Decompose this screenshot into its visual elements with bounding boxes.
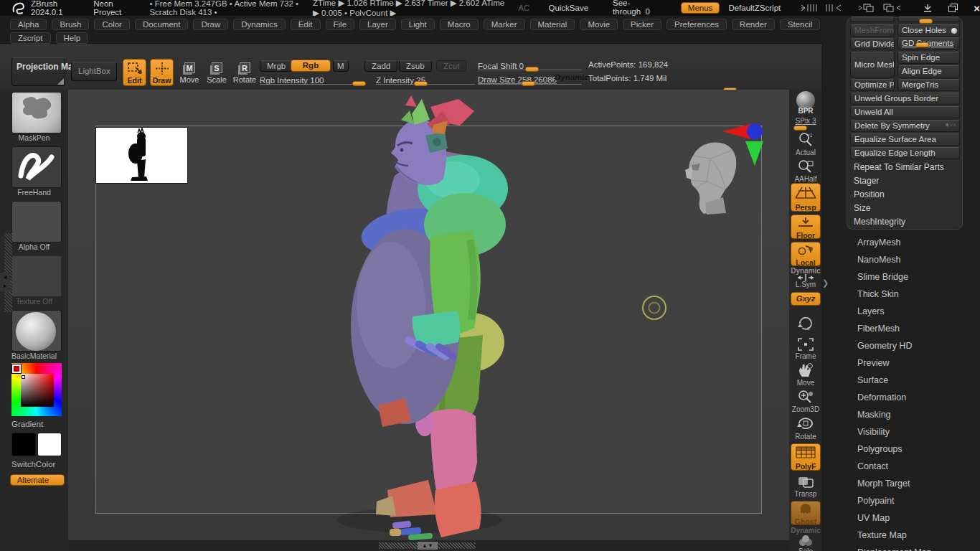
subpalette-uv-map[interactable]: UV Map: [857, 513, 890, 523]
stroke-thumbnail[interactable]: [11, 146, 62, 188]
subpalette-nanomesh[interactable]: NanoMesh: [857, 255, 900, 265]
gd-segments-handle[interactable]: [915, 42, 929, 47]
actual-icon[interactable]: ×1: [797, 131, 814, 149]
size-item[interactable]: Size: [854, 203, 870, 213]
micro-mesh-button[interactable]: Micro Mesh: [850, 52, 895, 77]
m-button[interactable]: M: [333, 60, 349, 72]
dock-left-icon[interactable]: [858, 3, 877, 13]
minimize-icon[interactable]: [923, 4, 933, 12]
menu-document[interactable]: Document: [135, 19, 188, 30]
menu-help[interactable]: Help: [56, 32, 89, 44]
zoom3d-icon[interactable]: [797, 390, 814, 404]
subpalette-morph-target[interactable]: Morph Target: [857, 479, 910, 489]
gxyz-button[interactable]: Gxyz: [791, 292, 821, 306]
scale-button[interactable]: S Scale: [204, 61, 229, 84]
subpalette-polygroups[interactable]: Polygroups: [857, 444, 903, 454]
bottom-divider[interactable]: ▲▼: [379, 542, 476, 549]
merge-tris-button[interactable]: MergeTris: [897, 79, 960, 91]
move-hand-icon[interactable]: [797, 362, 814, 378]
subpalette-thick-skin[interactable]: Thick Skin: [857, 289, 899, 299]
lightbox-button[interactable]: LightBox: [71, 62, 117, 81]
see-through-slider[interactable]: See-through 0: [613, 0, 652, 17]
divider-grip-right-icon[interactable]: [824, 4, 842, 12]
subpalette-preview[interactable]: Preview: [857, 358, 889, 368]
rotate3d-icon[interactable]: [797, 416, 814, 430]
canvas-viewport[interactable]: [68, 90, 789, 540]
equalize-edge-length-button[interactable]: Equalize Edge Length: [850, 147, 960, 159]
menu-brush[interactable]: Brush: [52, 19, 89, 30]
align-edge-button[interactable]: Align Edge: [897, 65, 960, 77]
rgb-intensity-slider[interactable]: Rgb Intensity 100: [260, 73, 364, 86]
color-picker[interactable]: [11, 363, 62, 416]
close-holes-button[interactable]: Close Holes: [897, 24, 960, 37]
restore-window-icon[interactable]: [948, 4, 958, 12]
menu-color[interactable]: Color: [94, 19, 129, 30]
subpalette-polypaint[interactable]: Polypaint: [857, 496, 894, 506]
solo-icon[interactable]: [797, 534, 814, 547]
spix-slider[interactable]: SPix 3: [789, 117, 822, 125]
local-button[interactable]: Local: [791, 242, 821, 266]
subpalette-displacement-map[interactable]: Displacement Map: [857, 547, 932, 551]
equalize-surface-area-button[interactable]: Equalize Surface Area: [850, 133, 960, 146]
subpalette-arraymesh[interactable]: ArrayMesh: [857, 237, 900, 248]
transp-icon[interactable]: [797, 476, 814, 489]
subpalette-surface[interactable]: Surface: [857, 375, 888, 385]
grid-divide-button[interactable]: Grid Divide: [850, 38, 895, 50]
divider-grip-left-icon[interactable]: [801, 4, 819, 12]
z-intensity-slider[interactable]: Z Intensity 25: [376, 73, 475, 86]
unweld-all-button[interactable]: Unweld All: [850, 106, 960, 118]
color-picker-sv-square[interactable]: [21, 374, 54, 407]
zadd-button[interactable]: Zadd: [364, 60, 397, 72]
rotate-button[interactable]: R Rotate: [231, 61, 258, 84]
zcut-button[interactable]: Zcut: [436, 60, 466, 72]
quicksave-button[interactable]: QuickSave: [548, 4, 588, 12]
spin-edge-button[interactable]: Spin Edge: [897, 52, 960, 64]
clipped-top-handle[interactable]: [919, 19, 933, 24]
aahalf-icon[interactable]: [797, 159, 814, 175]
alpha-thumbnail[interactable]: [11, 201, 62, 242]
subpalette-deformation[interactable]: Deformation: [857, 392, 906, 402]
zscript-name[interactable]: DefaultZScript: [728, 4, 781, 12]
texture-thumbnail[interactable]: [11, 255, 62, 297]
subpalette-contact[interactable]: Contact: [857, 461, 888, 471]
focal-shift-slider[interactable]: Focal Shift 0: [478, 59, 582, 72]
draw-button[interactable]: Draw: [150, 59, 174, 86]
menu-light[interactable]: Light: [401, 19, 435, 30]
menu-stencil[interactable]: Stencil: [780, 19, 821, 30]
projection-master-button[interactable]: Projection Master: [11, 57, 65, 86]
menu-file[interactable]: File: [326, 19, 355, 30]
persp-button[interactable]: Persp: [791, 183, 821, 212]
shelf-scroll-handle[interactable]: ◂▸: [0, 273, 10, 291]
rotate-z-icon[interactable]: z: [797, 316, 814, 331]
menus-button[interactable]: Menus: [681, 2, 720, 14]
unweld-groups-border-button[interactable]: Unweld Groups Border: [850, 93, 960, 105]
zsub-button[interactable]: Zsub: [399, 60, 432, 72]
ghost-button[interactable]: Ghost: [791, 501, 821, 525]
draw-size-handle[interactable]: [522, 81, 535, 86]
frame-icon[interactable]: [797, 337, 814, 352]
z-intensity-handle[interactable]: [414, 81, 428, 86]
menu-edit[interactable]: Edit: [291, 19, 321, 30]
subpalette-texture-map[interactable]: Texture Map: [857, 530, 907, 540]
meshfrombrush-button[interactable]: MeshFromBru: [850, 24, 895, 37]
brush-thumbnail[interactable]: [11, 92, 62, 133]
menu-layer[interactable]: Layer: [359, 19, 396, 30]
tray-divider-arrow[interactable]: ❯: [822, 278, 829, 288]
subpalette-visibility[interactable]: Visibility: [857, 427, 890, 437]
rgb-intensity-handle[interactable]: [352, 81, 366, 86]
close-holes-dot[interactable]: [951, 28, 957, 34]
dock-right-icon[interactable]: [882, 3, 901, 13]
menu-movie[interactable]: Movie: [580, 19, 618, 30]
subpalette-geometry-hd[interactable]: Geometry HD: [857, 341, 912, 351]
menu-draw[interactable]: Draw: [193, 19, 228, 30]
stager-item[interactable]: Stager: [854, 176, 879, 186]
menu-macro[interactable]: Macro: [440, 19, 479, 30]
polyf-button[interactable]: PolyF: [791, 443, 821, 471]
subpalette-slime-bridge[interactable]: Slime Bridge: [857, 272, 908, 282]
subpalette-layers[interactable]: Layers: [857, 306, 885, 316]
focal-shift-handle[interactable]: [525, 67, 539, 72]
mrgb-button[interactable]: Mrgb: [260, 60, 293, 72]
material-thumbnail[interactable]: [11, 310, 62, 352]
menu-marker[interactable]: Marker: [484, 19, 525, 30]
menu-dynamics[interactable]: Dynamics: [233, 19, 285, 30]
